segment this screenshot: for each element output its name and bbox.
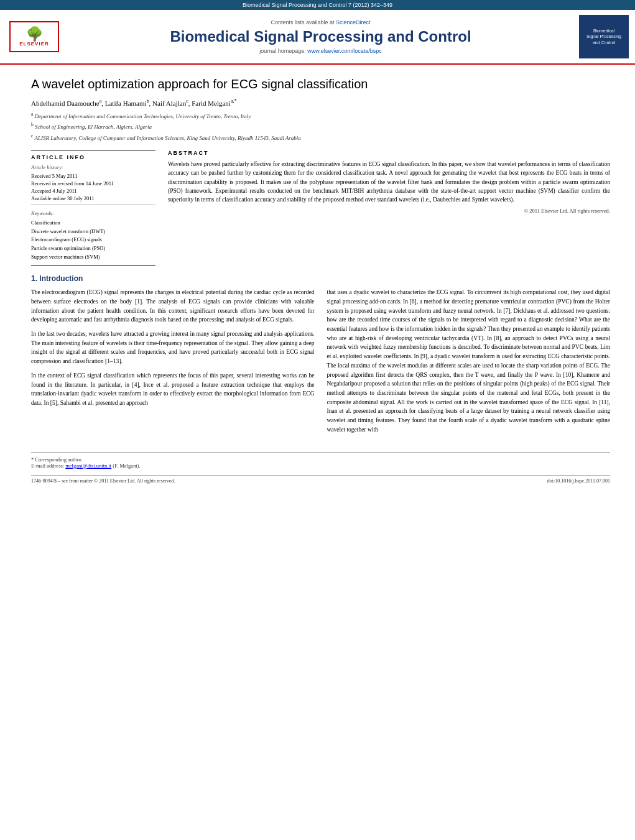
keywords-label: Keywords: <box>31 210 155 216</box>
keyword-2: Discrete wavelet transform (DWT) <box>31 228 155 236</box>
keyword-4: Particle swarm optimization (PSO) <box>31 244 155 253</box>
info-divider <box>31 205 155 205</box>
article-info-abstract-section: ARTICLE INFO Article history: Received 5… <box>31 150 610 265</box>
affiliation-a: a Department of Information and Communic… <box>31 111 610 121</box>
article-info-col: ARTICLE INFO Article history: Received 5… <box>31 150 155 265</box>
journal-title: Biomedical Signal Processing and Control <box>62 28 579 45</box>
page-wrapper: Biomedical Signal Processing and Control… <box>0 0 635 495</box>
elsevier-label: ELSEVIER <box>19 41 49 47</box>
elsevier-logo-box: 🌳 ELSEVIER <box>9 21 59 52</box>
received-date: Received 5 May 2011 <box>31 173 155 179</box>
affiliation-b: b School of Engineering, El Harrach, Alg… <box>31 121 610 132</box>
intro-para-4: that uses a dyadic wavelet to characteri… <box>327 288 611 435</box>
journal-logo-text: BiomedicalSignal Processingand Control <box>586 28 621 45</box>
intro-heading: 1. Introduction <box>31 274 610 283</box>
introduction-section: 1. Introduction The electrocardiogram (E… <box>31 274 610 440</box>
doi-text: doi:10.1016/j.bspc.2011.07.001 <box>547 478 610 484</box>
corresponding-label: * Corresponding author. <box>31 456 610 463</box>
received-revised-date: Received in revised form 14 June 2011 <box>31 180 155 187</box>
journal-header: 🌳 ELSEVIER Contents lists available at S… <box>0 10 635 65</box>
intro-para-2: In the last two decades, wavelets have a… <box>31 330 315 366</box>
intro-col2: that uses a dyadic wavelet to characteri… <box>327 288 611 440</box>
keyword-5: Support vector machines (SVM) <box>31 253 155 262</box>
abstract-col: ABSTRACT Wavelets have proved particular… <box>168 150 610 265</box>
journal-logo-box: BiomedicalSignal Processingand Control <box>579 15 629 58</box>
article-title: A wavelet optimization approach for ECG … <box>31 76 610 92</box>
issn-text: 1746-8094/$ – see front matter © 2011 El… <box>31 478 175 484</box>
email-address: E-mail address: melgani@disi.unitn.it (F… <box>31 463 610 469</box>
intro-col1: The electrocardiogram (ECG) signal repre… <box>31 288 315 440</box>
elsevier-tree-icon: 🌳 <box>26 27 43 41</box>
homepage-link[interactable]: www.elsevier.com/locate/bspc <box>307 48 382 54</box>
footnote-section: * Corresponding author. E-mail address: … <box>31 452 610 469</box>
accepted-date: Accepted 4 July 2011 <box>31 188 155 194</box>
abstract-heading: ABSTRACT <box>168 150 610 156</box>
affiliation-c: c ALISR Laboratory, College of Computer … <box>31 132 610 143</box>
intro-para-1: The electrocardiogram (ECG) signal repre… <box>31 288 315 325</box>
bottom-bar: 1746-8094/$ – see front matter © 2011 El… <box>31 475 610 484</box>
contents-line: Contents lists available at ScienceDirec… <box>62 19 579 25</box>
affiliations: a Department of Information and Communic… <box>31 111 610 143</box>
journal-homepage: journal homepage: www.elsevier.com/locat… <box>62 48 579 54</box>
history-label: Article history: <box>31 164 155 170</box>
copyright: © 2011 Elsevier Ltd. All rights reserved… <box>168 208 610 214</box>
elsevier-logo: 🌳 ELSEVIER <box>6 18 62 55</box>
intro-body: The electrocardiogram (ECG) signal repre… <box>31 288 610 440</box>
sciencedirect-link[interactable]: ScienceDirect <box>336 19 371 25</box>
keywords-list: Classification Discrete wavelet transfor… <box>31 219 155 261</box>
article-info-heading: ARTICLE INFO <box>31 154 155 160</box>
authors: Abdelhamid Daamouchea, Latifa Hamamib, N… <box>31 98 610 107</box>
email-link[interactable]: melgani@disi.unitn.it <box>65 463 111 469</box>
abstract-text: Wavelets have proved particularly effect… <box>168 160 610 204</box>
keyword-3: Electrocardiogram (ECG) signals <box>31 236 155 244</box>
keyword-1: Classification <box>31 219 155 228</box>
main-content: A wavelet optimization approach for ECG … <box>0 65 635 495</box>
journal-header-center: Contents lists available at ScienceDirec… <box>62 19 579 54</box>
top-banner: Biomedical Signal Processing and Control… <box>0 0 635 10</box>
intro-para-3: In the context of ECG signal classificat… <box>31 371 315 408</box>
banner-text: Biomedical Signal Processing and Control… <box>243 2 392 8</box>
available-date: Available online 30 July 2011 <box>31 195 155 201</box>
